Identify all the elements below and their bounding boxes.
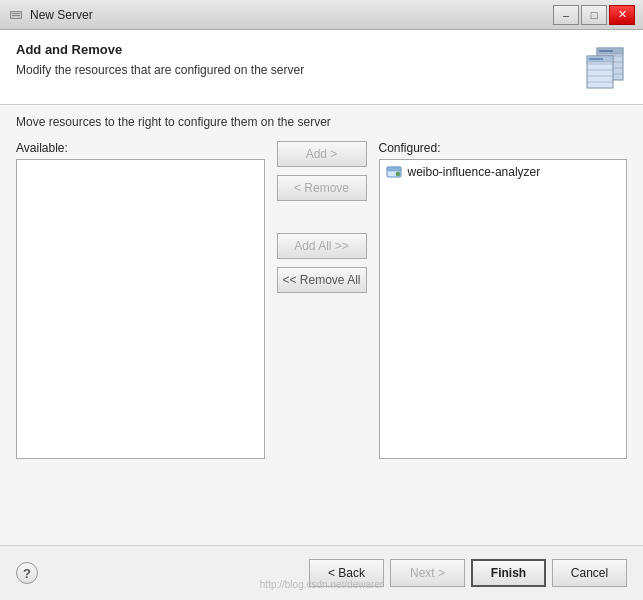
- configured-list[interactable]: weibo-influence-analyzer: [379, 159, 628, 459]
- close-button[interactable]: ✕: [609, 5, 635, 25]
- project-icon: [386, 164, 402, 180]
- header-title: Add and Remove: [16, 42, 579, 57]
- restore-button[interactable]: □: [581, 5, 607, 25]
- middle-buttons: Add > < Remove Add All >> << Remove All: [265, 141, 379, 293]
- panels-row: Available: Add > < Remove Add All >> << …: [16, 135, 627, 545]
- configured-panel: Configured: weibo-influence-analyzer: [379, 141, 628, 459]
- svg-rect-6: [599, 50, 613, 52]
- svg-rect-13: [589, 58, 603, 60]
- footer: ? http://blog.csdn.net/dewarer < Back Ne…: [0, 545, 643, 600]
- server-stack-icon: [579, 42, 627, 90]
- watermark: http://blog.csdn.net/dewarer: [260, 579, 383, 592]
- next-button[interactable]: Next >: [390, 559, 465, 587]
- list-item[interactable]: weibo-influence-analyzer: [380, 160, 627, 184]
- title-bar: New Server – □ ✕: [0, 0, 643, 30]
- available-label: Available:: [16, 141, 265, 155]
- header-section: Add and Remove Modify the resources that…: [0, 30, 643, 105]
- add-button[interactable]: Add >: [277, 141, 367, 167]
- svg-rect-3: [12, 15, 20, 16]
- minimize-button[interactable]: –: [553, 5, 579, 25]
- add-all-button[interactable]: Add All >>: [277, 233, 367, 259]
- svg-point-20: [396, 172, 400, 176]
- title-bar-left: New Server: [8, 7, 93, 23]
- available-list[interactable]: [16, 159, 265, 459]
- header-text: Add and Remove Modify the resources that…: [16, 42, 579, 77]
- footer-left: ?: [16, 562, 38, 584]
- instructions: Move resources to the right to configure…: [0, 105, 643, 135]
- available-panel: Available:: [16, 141, 265, 459]
- remove-button[interactable]: < Remove: [277, 175, 367, 201]
- title-bar-controls: – □ ✕: [553, 5, 635, 25]
- main-content: Available: Add > < Remove Add All >> << …: [0, 135, 643, 545]
- help-button[interactable]: ?: [16, 562, 38, 584]
- configured-label: Configured:: [379, 141, 628, 155]
- cancel-button[interactable]: Cancel: [552, 559, 627, 587]
- app-icon: [8, 7, 24, 23]
- svg-rect-19: [387, 167, 401, 171]
- configured-item-name: weibo-influence-analyzer: [408, 165, 541, 179]
- window-title: New Server: [30, 8, 93, 22]
- finish-button[interactable]: Finish: [471, 559, 546, 587]
- svg-rect-2: [12, 13, 20, 14]
- remove-all-button[interactable]: << Remove All: [277, 267, 367, 293]
- dialog-content: Add and Remove Modify the resources that…: [0, 30, 643, 600]
- header-icon-container: [579, 42, 627, 90]
- header-subtitle: Modify the resources that are configured…: [16, 63, 579, 77]
